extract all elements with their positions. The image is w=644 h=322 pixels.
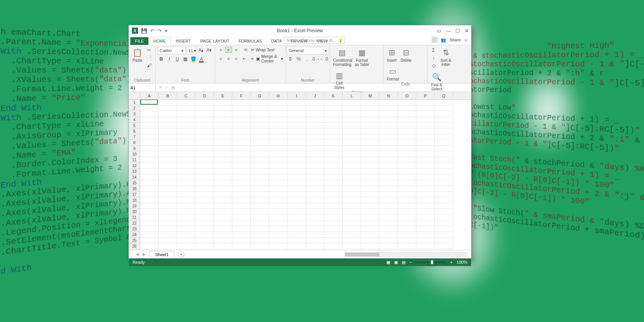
cell[interactable] [232,203,251,209]
comma-icon[interactable]: , [304,56,310,62]
cell[interactable] [251,128,269,134]
cell[interactable] [177,186,196,192]
cell[interactable] [140,123,159,128]
cell[interactable] [306,163,324,169]
cell[interactable] [232,128,251,134]
cell[interactable] [196,209,214,215]
cell[interactable] [196,123,214,128]
cell[interactable] [416,232,435,238]
align-right-icon[interactable]: ≡ [233,56,240,62]
increase-indent-icon[interactable]: ⇥ [249,56,254,62]
cell[interactable] [380,197,398,203]
cell[interactable] [306,203,324,209]
cell[interactable] [361,169,380,174]
row-header[interactable]: 15 [129,180,140,186]
cell[interactable] [361,243,380,249]
cell[interactable] [435,169,453,174]
tab-formulas[interactable]: Formulas [234,37,266,45]
cell[interactable] [306,134,324,140]
cell[interactable] [343,238,361,243]
tell-me-input[interactable]: Tell me what you want to do... 💡 [284,37,345,44]
cell[interactable] [435,128,453,134]
cell[interactable] [361,140,380,146]
cell[interactable] [269,111,288,117]
currency-icon[interactable]: $ [287,56,294,62]
cell[interactable] [380,186,398,192]
cell[interactable] [268,100,287,105]
cell[interactable] [177,220,196,226]
cell[interactable] [398,146,416,151]
cell[interactable] [343,151,361,157]
cell[interactable] [140,128,159,134]
cell[interactable] [269,186,288,192]
cell[interactable] [343,169,361,174]
cell[interactable] [398,111,416,117]
row-header[interactable]: 25 [129,238,140,243]
cell[interactable] [269,192,288,197]
cell[interactable] [380,226,398,232]
cell[interactable] [306,192,324,197]
cell[interactable] [214,220,232,226]
zoom-level[interactable]: 100% [457,260,467,264]
cell[interactable] [177,140,196,146]
number-format-select[interactable]: General▾ [287,47,329,54]
cell[interactable] [232,226,251,232]
cell[interactable] [232,163,251,169]
cell[interactable] [361,220,380,226]
qat-dropdown-icon[interactable]: ▾ [165,28,168,34]
sort-filter-button[interactable]: ⇅ Sort & Filter [439,47,452,67]
cell[interactable] [306,174,324,180]
fill-color-button[interactable]: 🪣 [190,56,197,62]
save-icon[interactable]: 💾 [141,28,147,34]
cell[interactable] [288,226,306,232]
cell[interactable] [177,174,196,180]
cell[interactable] [361,146,380,151]
column-header[interactable]: A [140,92,159,99]
cell[interactable] [159,180,177,186]
column-header[interactable]: Q [435,92,453,99]
cell[interactable] [214,134,232,140]
cell[interactable] [416,134,435,140]
cell[interactable] [140,243,159,249]
cell[interactable] [416,226,435,232]
format-cells-button[interactable]: ▭ Format [386,66,400,82]
cell[interactable] [177,209,196,215]
cell[interactable] [214,105,232,111]
cell[interactable] [416,197,435,203]
cell[interactable] [398,117,416,123]
cell[interactable] [398,238,416,243]
align-middle-icon[interactable]: ≡ [225,47,232,53]
cell[interactable] [398,134,416,140]
cell[interactable] [177,105,196,111]
cell[interactable] [232,105,251,111]
column-header[interactable]: K [324,92,343,99]
cell[interactable] [159,215,177,220]
cell[interactable] [324,243,343,249]
cell[interactable] [343,123,361,128]
cell[interactable] [361,163,380,169]
cell[interactable] [380,128,398,134]
cell[interactable] [251,111,269,117]
row-header[interactable]: 13 [129,169,140,174]
cell[interactable] [398,169,416,174]
cell[interactable] [288,117,306,123]
cell[interactable] [380,123,398,128]
cell[interactable] [324,169,343,174]
cell[interactable] [140,226,159,232]
cell[interactable] [232,174,251,180]
cell[interactable] [361,192,380,197]
cell[interactable] [324,146,343,151]
cell[interactable] [288,146,306,151]
cell[interactable] [380,169,398,174]
cell[interactable] [288,123,306,128]
cell[interactable] [398,203,416,209]
cell[interactable] [435,117,453,123]
cell[interactable] [159,105,177,111]
cell[interactable] [232,192,251,197]
cell[interactable] [306,180,324,186]
row-header[interactable]: 16 [129,186,140,192]
cell[interactable] [140,220,159,226]
cell[interactable] [288,243,306,249]
cell[interactable] [232,169,251,174]
cell[interactable] [361,186,380,192]
